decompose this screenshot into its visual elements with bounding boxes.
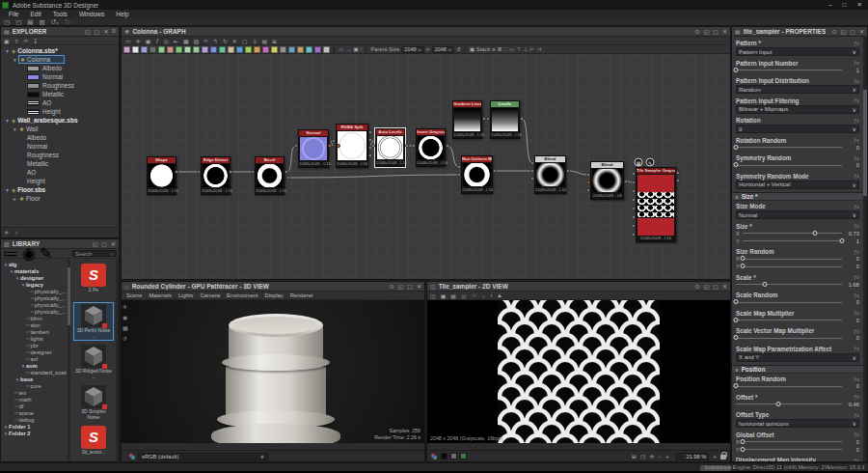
library-asset-4[interactable]: S 3d_textur... (73, 424, 114, 461)
explorer-item-metallic[interactable]: Metallic (1, 90, 119, 98)
node-connector[interactable] (486, 117, 490, 121)
node-connector[interactable] (632, 198, 636, 202)
node-connector[interactable] (405, 144, 409, 148)
explorer-tool-3[interactable]: ↧ (33, 38, 38, 44)
library-item-legacy[interactable]: ▾legacy (1, 281, 67, 288)
view2d-hicon-2[interactable]: ▢ (713, 283, 719, 290)
stack-icon-5[interactable]: ⊥ (523, 46, 528, 52)
view3d-menu-renderer[interactable]: Renderer (290, 292, 313, 298)
library-item-materials[interactable]: ▾materials (1, 267, 67, 274)
zoom-icon-4[interactable]: + (665, 454, 669, 459)
fx-function-icon[interactable]: ƒx (854, 328, 859, 334)
graph-tool-2[interactable]: ▣ (146, 38, 151, 44)
param-dropdown[interactable]: 0 ∨ (736, 125, 859, 133)
node-connector[interactable] (285, 170, 288, 174)
node-connector[interactable] (368, 138, 372, 142)
library-item-physically-[interactable]: ▱physically_... (1, 308, 67, 315)
library-asset-1[interactable]: 3D Perlin Noise .. (73, 302, 114, 341)
close-button[interactable]: ✕ (857, 1, 862, 9)
graph-tool-14[interactable]: ▤ (261, 38, 267, 44)
stack-icon-7[interactable]: ⊣ (536, 46, 541, 52)
rgb-channels-icon[interactable] (431, 454, 437, 459)
node-connector[interactable] (368, 130, 372, 134)
node-connector[interactable] (457, 173, 461, 177)
param-dropdown[interactable]: Bilinear + Mipmaps ∨ (736, 105, 859, 114)
library-tree-scrollbar[interactable] (68, 260, 70, 461)
size-link-icon[interactable]: ∞ (426, 46, 430, 52)
node-connector-active[interactable] (337, 144, 340, 148)
quickbar-icon-0[interactable]: ◳ (4, 18, 10, 26)
explorer-tool-2[interactable]: ∞ (24, 38, 28, 43)
view3d-menu-materials[interactable]: Materials (149, 292, 172, 298)
node-create-icon-12[interactable] (228, 46, 234, 53)
param-slider[interactable]: 1 (736, 67, 859, 74)
node-create-icon-23[interactable] (323, 46, 330, 53)
view3d-tab-title[interactable]: Rounded Cylinder - GPU Pathtracer - 3D V… (132, 283, 269, 290)
properties-scrollbar[interactable] (863, 37, 867, 461)
graph-tool-1[interactable]: ✛ (136, 38, 141, 44)
node-connector[interactable] (632, 233, 636, 236)
node-create-icon-11[interactable] (219, 46, 226, 53)
param-slider-y[interactable]: Y 1 (736, 237, 859, 245)
param-slider[interactable]: 1.68 (736, 281, 859, 289)
graph-node-gradient-linear-1[interactable]: Gradient Linear 1 2048x2048 - L16 (452, 100, 482, 139)
channel-toggle-0[interactable] (441, 453, 448, 459)
explorer-item-normal[interactable]: Normal (1, 142, 119, 151)
node-connector[interactable] (566, 169, 570, 173)
node-create-icon-17[interactable] (271, 46, 278, 53)
graph-tool-6[interactable]: ▦ (183, 38, 189, 44)
param-slider-y[interactable]: Y 0 (736, 446, 859, 454)
node-connector[interactable] (632, 189, 636, 193)
graph-tool-11[interactable]: ✕ (232, 38, 237, 44)
library-item-tex[interactable]: ▱tex (1, 389, 67, 396)
node-connector[interactable] (251, 170, 255, 174)
explorer-item-wall[interactable]: ▾❖Wall (1, 125, 119, 133)
graph-node-levels[interactable]: Levels 2048x2048 - L16 (490, 100, 520, 139)
node-create-icon-15[interactable] (254, 46, 260, 53)
explorer-item-albedo[interactable]: Albedo (1, 64, 119, 72)
explorer-item-wall-arabesque-sbs[interactable]: ▾◈Wall_arabesque.sbs (1, 116, 119, 125)
param-dropdown[interactable]: Random ∨ (736, 85, 859, 94)
fx-function-icon[interactable]: ƒx (854, 41, 859, 46)
explorer-hicon-3[interactable]: ≡ (112, 28, 116, 35)
fx-function-icon[interactable]: ƒx (854, 204, 859, 209)
node-connector[interactable] (520, 117, 524, 121)
node-connector[interactable] (530, 161, 534, 165)
param-slider[interactable]: 0 (736, 317, 859, 324)
graph-hicon-0[interactable]: ⊙ (695, 28, 700, 35)
undo-icon[interactable]: ↺∨ (51, 18, 59, 26)
library-item-asm[interactable]: ▾asm (1, 362, 67, 369)
explorer-item-roughness[interactable]: Roughness (1, 81, 119, 90)
library-asset-3[interactable]: 3D Simplex Noise (73, 383, 114, 422)
node-connector[interactable] (586, 188, 590, 192)
library-item-physically-[interactable]: ▱physically_... (1, 294, 67, 301)
view2d-hicon-3[interactable]: ✕ (722, 283, 727, 290)
library-item-debug[interactable]: ▱debug (1, 416, 67, 423)
param-slider[interactable]: 0 (736, 382, 859, 390)
zoom-icon-2[interactable]: ✛ (649, 454, 654, 459)
graph-extra-tool-1[interactable]: → (345, 46, 351, 52)
view3d-side-icon-3[interactable]: ↺ (122, 335, 128, 342)
explorer-item-floor[interactable]: ▸❖Floor (1, 194, 119, 203)
explorer-item-roughness[interactable]: Roughness (1, 151, 119, 159)
properties-hicon-2[interactable]: ▢ (850, 28, 855, 35)
view3d-side-icon-2[interactable]: ▦ (122, 324, 128, 331)
menu-tools[interactable]: Tools (47, 11, 73, 17)
library-item-axf[interactable]: ▱axf (1, 355, 67, 362)
node-connector[interactable] (632, 215, 636, 219)
node-connector[interactable] (412, 144, 416, 148)
node-connector-active[interactable] (328, 144, 332, 148)
explorer-item-ao[interactable]: AO (1, 168, 119, 177)
node-create-icon-16[interactable] (262, 46, 269, 53)
graph-tool-10[interactable]: ↻ (223, 38, 228, 44)
library-item-core[interactable]: ▱core (1, 382, 67, 389)
graph-tool-13[interactable]: ⇓ (252, 38, 257, 44)
properties-hicon-3[interactable]: ✕ (859, 28, 864, 35)
node-connector[interactable] (632, 172, 636, 176)
graph-node-bevel[interactable]: Bevel 2048x2048 - L16 (255, 156, 285, 195)
view2d-tool-2[interactable]: ▤ (450, 292, 456, 299)
zoom-level-input[interactable]: 21.98 % (676, 453, 709, 460)
param-slider[interactable]: 0 (736, 334, 859, 342)
graph-extra-tool-2[interactable]: ▣ (353, 46, 358, 52)
node-connector[interactable] (530, 177, 534, 181)
